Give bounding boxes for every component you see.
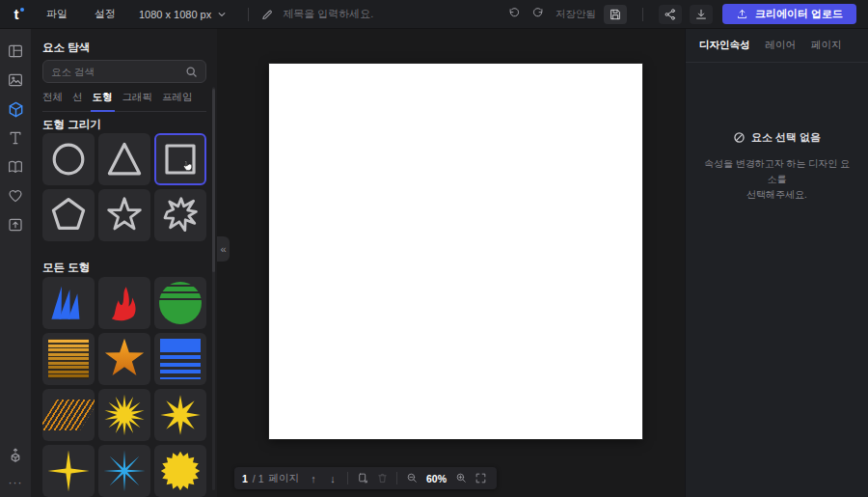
redo-button[interactable] — [527, 5, 550, 24]
sidebar-item-elements[interactable] — [0, 95, 31, 124]
tool-star-outline[interactable] — [98, 189, 150, 241]
hand-cursor-icon — [179, 159, 194, 174]
sidebar-item-templates[interactable] — [0, 37, 31, 66]
tab-layers[interactable]: 레이어 — [766, 39, 797, 52]
trash-icon — [376, 472, 389, 484]
design-page[interactable] — [269, 64, 642, 439]
cube-elements-icon — [7, 100, 25, 119]
zoom-out-button[interactable] — [403, 470, 420, 487]
shape-blue-striped-square[interactable] — [154, 333, 206, 385]
tool-circle-outline[interactable] — [42, 133, 95, 185]
page-down-button[interactable]: ↓ — [324, 470, 341, 487]
sidebar-item-library[interactable] — [0, 152, 31, 181]
draw-tools-grid — [42, 133, 206, 241]
top-bar: t 파일 설정 1080 x 1080 px 제목을 입력하세요. 저장안됨 — [0, 0, 868, 29]
all-shapes-title: 모든 도형 — [42, 261, 90, 275]
download-icon — [694, 8, 708, 21]
sidebar-item-uploads[interactable] — [0, 210, 31, 239]
shape-yellow-4-point-sparkle[interactable] — [42, 445, 95, 497]
rail-bottom-group: ··· — [0, 441, 31, 489]
tab-design-properties[interactable]: 디자인속성 — [699, 39, 750, 52]
undo-button[interactable] — [503, 5, 527, 24]
logo-dot — [20, 8, 24, 12]
shape-gold-striped-square[interactable] — [42, 333, 95, 385]
creator-upload-button[interactable]: 크리에이터 업로드 — [722, 4, 856, 24]
add-page-button[interactable] — [354, 470, 371, 487]
more-menu-button[interactable]: ··· — [9, 476, 23, 489]
title-placeholder: 제목을 입력하세요. — [283, 7, 373, 21]
share-button[interactable] — [659, 5, 682, 24]
panel-scrollbar-thumb[interactable] — [212, 89, 215, 272]
search-input[interactable] — [51, 66, 179, 77]
tab-shape[interactable]: 도형 — [93, 91, 113, 111]
shape-blue-8-point-sparkle[interactable] — [98, 445, 150, 497]
design-title-input[interactable]: 제목을 입력하세요. — [260, 7, 503, 21]
shape-yellow-jagged-sun[interactable] — [154, 445, 206, 497]
template-layout-icon — [7, 42, 24, 60]
page-up-button[interactable]: ↑ — [305, 470, 322, 487]
empty-desc-line1: 속성을 변경하고자 하는 디자인 요소를 — [704, 158, 850, 184]
save-status: 저장안됨 — [556, 8, 596, 21]
book-icon — [7, 158, 24, 176]
tab-line[interactable]: 선 — [72, 91, 83, 111]
zoom-level[interactable]: 60% — [426, 473, 447, 484]
panel-title: 요소 탐색 — [42, 41, 90, 55]
upload-box-icon — [7, 216, 24, 234]
canvas-size-dropdown[interactable]: 1080 x 1080 px — [139, 9, 227, 20]
cube-upload-3d-icon[interactable] — [0, 441, 31, 470]
empty-desc-line2: 선택해주세요. — [746, 189, 807, 200]
empty-title: 요소 선택 없음 — [751, 130, 821, 145]
download-button[interactable] — [690, 5, 713, 24]
save-button[interactable] — [604, 5, 627, 24]
category-tabs: 전체 선 도형 그래픽 프레임 — [42, 91, 206, 112]
app-logo[interactable]: t — [0, 6, 33, 22]
tool-pentagon-outline[interactable] — [42, 189, 95, 241]
inspector-panel: 디자인속성 레이어 페이지 요소 선택 없음 속성을 변경하고자 하는 디자인 … — [685, 29, 868, 497]
empty-selection-state: 요소 선택 없음 속성을 변경하고자 하는 디자인 요소를 선택해주세요. — [686, 130, 868, 203]
left-icon-rail: ··· — [0, 29, 31, 497]
tool-square-outline-selected[interactable] — [154, 133, 206, 185]
element-explorer-panel: 요소 탐색 전체 선 도형 그래픽 프레임 도형 그리기 — [31, 29, 217, 497]
heart-icon — [7, 187, 24, 205]
chevron-down-icon — [217, 11, 227, 18]
page-word: 페이지 — [269, 472, 300, 485]
menu-settings[interactable]: 설정 — [95, 7, 116, 21]
image-icon — [7, 71, 24, 89]
no-selection-icon — [733, 131, 746, 144]
all-shapes-grid — [42, 277, 206, 497]
upload-icon — [736, 8, 748, 20]
inspector-tabs: 디자인속성 레이어 페이지 — [686, 29, 868, 63]
shape-red-flame[interactable] — [98, 277, 150, 329]
divider — [248, 8, 249, 21]
text-icon — [7, 129, 24, 147]
tab-pages[interactable]: 페이지 — [811, 39, 842, 52]
zoom-in-icon — [455, 472, 468, 484]
page-toolbar: 1 / 1 페이지 ↑ ↓ 60% — [234, 467, 497, 489]
zoom-in-button[interactable] — [452, 470, 470, 487]
fit-screen-button[interactable] — [472, 470, 489, 487]
shape-yellow-sunburst[interactable] — [98, 389, 150, 441]
floppy-icon — [609, 8, 622, 21]
sidebar-item-images[interactable] — [0, 66, 31, 95]
shape-blue-spikes[interactable] — [42, 277, 95, 329]
delete-page-button[interactable] — [373, 470, 391, 487]
shape-yellow-8-point-star[interactable] — [154, 389, 206, 441]
page-total: / 1 — [253, 473, 264, 484]
tool-triangle-outline[interactable] — [98, 133, 150, 185]
tool-burst-outline[interactable] — [154, 189, 206, 241]
shape-orange-hatch-parallelogram[interactable] — [42, 389, 95, 441]
element-search-box[interactable] — [42, 60, 206, 83]
sidebar-item-text[interactable] — [0, 124, 31, 152]
shape-green-striped-circle[interactable] — [154, 277, 206, 329]
tab-frame[interactable]: 프레임 — [162, 91, 193, 111]
tab-all[interactable]: 전체 — [42, 91, 63, 111]
draw-shapes-title: 도형 그리기 — [42, 118, 101, 132]
panel-collapse-button[interactable]: « — [217, 236, 230, 262]
menu-file[interactable]: 파일 — [46, 7, 68, 21]
tab-graphic[interactable]: 그래픽 — [122, 91, 153, 111]
sidebar-item-favorites[interactable] — [0, 181, 31, 210]
shape-orange-star[interactable] — [98, 333, 150, 385]
canvas-workspace[interactable]: « 1 / 1 페이지 ↑ ↓ 60% — [217, 29, 685, 497]
divider — [396, 472, 397, 484]
share-icon — [664, 8, 677, 21]
